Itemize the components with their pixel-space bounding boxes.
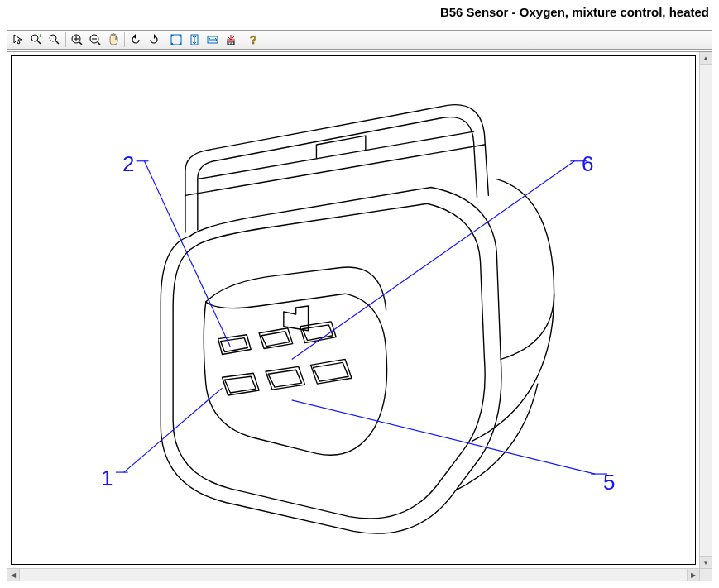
svg-text:−: − (56, 33, 60, 40)
zoom-minus-icon[interactable] (86, 31, 104, 48)
svg-line-20 (292, 161, 575, 360)
toolbar-separator (242, 32, 242, 47)
callout-5: 5 (603, 470, 615, 495)
svg-point-0 (31, 35, 38, 41)
callout-6: 6 (582, 151, 593, 177)
scroll-right-icon[interactable]: ▶ (687, 569, 699, 581)
svg-text:nm: nm (228, 41, 234, 45)
connector-drawing (12, 56, 695, 564)
page-title: B56 Sensor - Oxygen, mixture control, he… (440, 5, 709, 19)
scroll-up-icon[interactable]: ▲ (700, 52, 712, 65)
zoom-plus-icon[interactable] (68, 31, 86, 48)
zoom-in-icon[interactable]: + (27, 31, 46, 48)
viewer-frame: 2 6 1 5 ▲ ▼ ◀ ▶ (7, 51, 712, 581)
pan-icon[interactable] (104, 31, 122, 48)
toolbar: + − nm ? (7, 30, 712, 50)
svg-line-11 (98, 42, 100, 45)
horizontal-scrollbar[interactable]: ◀ ▶ (7, 568, 699, 581)
svg-line-1 (37, 41, 41, 44)
callout-1: 1 (101, 466, 113, 491)
svg-line-19 (144, 161, 230, 347)
scroll-left-icon[interactable]: ◀ (7, 569, 20, 581)
rotate-ccw-icon[interactable] (127, 31, 145, 48)
vertical-scrollbar[interactable]: ▲ ▼ (699, 52, 712, 568)
fit-vertical-icon[interactable] (185, 31, 204, 48)
toolbar-separator (165, 32, 165, 47)
scroll-corner (699, 568, 712, 581)
zoom-out-icon[interactable]: − (46, 31, 64, 48)
callout-2: 2 (122, 151, 134, 177)
diagram-canvas[interactable]: 2 6 1 5 (11, 55, 696, 565)
toolbar-separator (65, 32, 66, 47)
toolbar-separator (124, 32, 125, 47)
pointer-icon[interactable] (9, 31, 27, 48)
svg-text:+: + (38, 33, 42, 40)
svg-text:?: ? (250, 33, 257, 46)
highlight-icon[interactable]: nm (222, 31, 240, 48)
scroll-down-icon[interactable]: ▼ (700, 556, 712, 568)
fit-horizontal-icon[interactable] (204, 31, 222, 48)
svg-line-22 (292, 400, 595, 474)
help-icon[interactable]: ? (244, 31, 262, 48)
fit-icon[interactable] (167, 31, 185, 48)
rotate-cw-icon[interactable] (145, 31, 163, 48)
svg-line-7 (79, 42, 82, 45)
callout-lines (116, 161, 607, 474)
svg-point-3 (50, 35, 56, 41)
svg-line-4 (55, 41, 59, 44)
